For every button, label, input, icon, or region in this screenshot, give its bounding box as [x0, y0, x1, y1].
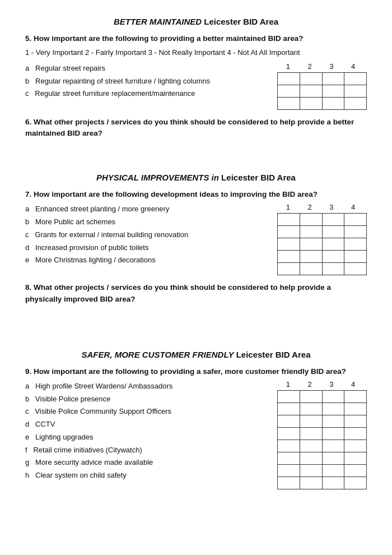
cell[interactable]: [344, 440, 367, 452]
col-header-1: 1: [278, 203, 298, 211]
rating-table-5: 1 2 3 4: [277, 62, 367, 110]
cell[interactable]: [322, 427, 344, 440]
cell[interactable]: [300, 238, 322, 251]
cell[interactable]: [300, 390, 322, 403]
list-item: c Visible Police Community Support Offic…: [25, 405, 272, 418]
title-italic-safer: SAFER, MORE CUSTOMER FRIENDLY: [82, 350, 234, 359]
cell[interactable]: [278, 440, 300, 452]
cell[interactable]: [322, 403, 344, 415]
cell[interactable]: [300, 226, 322, 238]
cell[interactable]: [300, 85, 322, 97]
cell[interactable]: [300, 440, 322, 452]
cell[interactable]: [344, 97, 367, 109]
cell[interactable]: [278, 403, 300, 415]
cell[interactable]: [322, 85, 344, 97]
col-header-3: 3: [321, 62, 341, 71]
cell[interactable]: [278, 464, 300, 477]
cell[interactable]: [278, 415, 300, 427]
list-item: f Retail crime initiatives (Citywatch): [25, 444, 272, 457]
title-normal-safer: Leicester BID Area: [234, 350, 310, 359]
cell[interactable]: [322, 72, 344, 85]
grid-7[interactable]: [277, 213, 367, 275]
cell[interactable]: [344, 477, 367, 489]
cell[interactable]: [278, 390, 300, 403]
col-header-3: 3: [321, 203, 341, 211]
cell[interactable]: [278, 263, 300, 275]
cell[interactable]: [344, 415, 367, 427]
cell[interactable]: [322, 214, 344, 226]
cell[interactable]: [278, 238, 300, 251]
cell[interactable]: [344, 263, 367, 275]
cell[interactable]: [278, 85, 300, 97]
cell[interactable]: [322, 226, 344, 238]
cell[interactable]: [344, 226, 367, 238]
cell[interactable]: [344, 427, 367, 440]
list-item: c Grants for external / internal buildin…: [25, 229, 272, 242]
question-7-label: 7. How important are the following devel…: [25, 190, 367, 198]
cell[interactable]: [322, 477, 344, 489]
cell[interactable]: [300, 214, 322, 226]
rating-items-5: a Regular street repairs b Regular repai…: [25, 62, 277, 100]
col-header-4: 4: [343, 380, 363, 388]
grid-5[interactable]: [277, 72, 367, 110]
cell[interactable]: [322, 238, 344, 251]
cell[interactable]: [278, 226, 300, 238]
cell[interactable]: [278, 97, 300, 109]
title-italic-physical: PHYSICAL IMPROVEMENTS in: [96, 173, 219, 182]
cell[interactable]: [322, 415, 344, 427]
table-row: [278, 214, 367, 226]
cell[interactable]: [278, 72, 300, 85]
cell[interactable]: [322, 390, 344, 403]
section-safer: SAFER, MORE CUSTOMER FRIENDLY Leicester …: [25, 350, 367, 489]
rating-table-7: 1 2 3 4: [277, 203, 367, 275]
cell[interactable]: [322, 452, 344, 464]
cell[interactable]: [278, 452, 300, 464]
cell[interactable]: [300, 403, 322, 415]
table-row: [278, 251, 367, 263]
cell[interactable]: [322, 251, 344, 263]
section-title-physical: PHYSICAL IMPROVEMENTS in Leicester BID A…: [25, 173, 367, 182]
question-5-label: 5. How important are the following to pr…: [25, 34, 367, 43]
cell[interactable]: [300, 415, 322, 427]
cell[interactable]: [344, 238, 367, 251]
cell[interactable]: [278, 214, 300, 226]
table-row: [278, 403, 367, 415]
table-row: [278, 427, 367, 440]
table-row: [278, 440, 367, 452]
title-normal-physical: Leicester BID Area: [219, 173, 296, 182]
cell[interactable]: [344, 464, 367, 477]
grid-9[interactable]: [277, 390, 367, 489]
cell[interactable]: [344, 72, 367, 85]
cell[interactable]: [300, 263, 322, 275]
question-6-label: 6. What other projects / services do you…: [25, 117, 367, 140]
cell[interactable]: [278, 477, 300, 489]
col-header-1: 1: [278, 380, 298, 388]
cell[interactable]: [344, 214, 367, 226]
cell[interactable]: [300, 452, 322, 464]
cell[interactable]: [300, 427, 322, 440]
col-header-2: 2: [300, 62, 320, 71]
cell[interactable]: [300, 97, 322, 109]
cell[interactable]: [300, 72, 322, 85]
cell[interactable]: [344, 403, 367, 415]
list-item: d CCTV: [25, 418, 272, 431]
col-header-4: 4: [343, 62, 363, 71]
list-item: a Enhanced street planting / more greene…: [25, 203, 272, 216]
cell[interactable]: [322, 97, 344, 109]
cell[interactable]: [322, 440, 344, 452]
rating-section-5: a Regular street repairs b Regular repai…: [25, 62, 367, 110]
cell[interactable]: [344, 251, 367, 263]
cell[interactable]: [322, 263, 344, 275]
cell[interactable]: [344, 390, 367, 403]
cell[interactable]: [300, 464, 322, 477]
cell[interactable]: [300, 477, 322, 489]
cell[interactable]: [322, 464, 344, 477]
cell[interactable]: [300, 251, 322, 263]
section-better-maintained: BETTER MAINTAINED Leicester BID Area 5. …: [25, 17, 367, 139]
list-item: e Lighting upgrades: [25, 431, 272, 444]
cell[interactable]: [344, 452, 367, 464]
cell[interactable]: [278, 427, 300, 440]
table-row: [278, 226, 367, 238]
cell[interactable]: [278, 251, 300, 263]
cell[interactable]: [344, 85, 367, 97]
